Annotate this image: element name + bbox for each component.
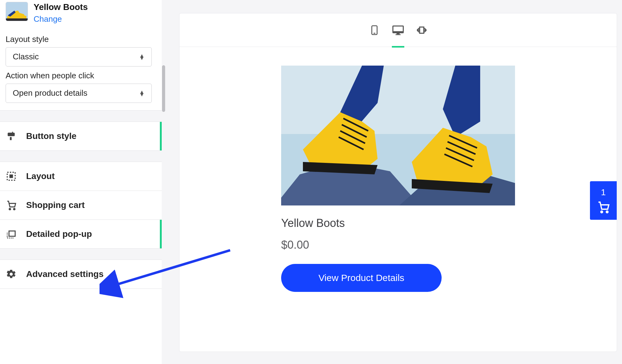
nav-shopping-cart[interactable]: Shopping cart — [0, 191, 162, 220]
select-caret-icon: ▲▼ — [139, 54, 145, 59]
nav-advanced-settings[interactable]: Advanced settings — [0, 260, 162, 289]
nav-label: Advanced settings — [26, 269, 104, 279]
popup-icon — [6, 228, 17, 240]
device-toolbar — [179, 13, 617, 47]
nav-label: Detailed pop-up — [26, 229, 92, 239]
layout-style-select[interactable]: Classic ▲▼ — [6, 47, 152, 67]
view-product-details-button[interactable]: View Product Details — [281, 264, 442, 292]
preview-product-title: Yellow Boots — [281, 217, 515, 230]
gear-icon — [6, 269, 17, 280]
preview-canvas: Yellow Boots $0.00 View Product Details — [179, 47, 617, 311]
nav-label: Layout — [26, 171, 55, 181]
svg-point-16 — [601, 211, 603, 213]
settings-sidebar: Yellow Boots Change Layout style Classic… — [0, 0, 162, 364]
action-click-label: Action when people click — [6, 71, 156, 81]
preview-product-price: $0.00 — [281, 238, 515, 251]
nav-gap — [0, 249, 162, 260]
device-desktop-button[interactable] — [392, 24, 404, 36]
product-image — [281, 66, 515, 205]
layout-style-label: Layout style — [6, 35, 156, 44]
select-caret-icon: ▲▼ — [139, 91, 145, 96]
action-click-value: Open product details — [13, 88, 87, 98]
product-header-text: Yellow Boots Change — [34, 2, 88, 24]
svg-rect-6 — [9, 231, 15, 236]
product-card: Yellow Boots $0.00 View Product Details — [281, 66, 515, 292]
nav-label: Shopping cart — [26, 200, 85, 210]
cart-icon — [6, 200, 17, 211]
action-click-select[interactable]: Open product details ▲▼ — [6, 84, 152, 103]
product-section: Yellow Boots Change Layout style Classic… — [0, 0, 162, 111]
change-product-link[interactable]: Change — [34, 14, 88, 24]
cart-icon — [597, 200, 610, 214]
svg-rect-12 — [396, 34, 401, 35]
nav-label: Button style — [26, 131, 77, 141]
cart-count: 1 — [601, 187, 606, 197]
layout-grid-icon — [6, 171, 17, 182]
svg-rect-3 — [9, 174, 13, 178]
sidebar-scrollbar[interactable] — [162, 0, 165, 364]
boots-thumb-icon — [6, 2, 28, 21]
svg-point-5 — [14, 208, 15, 210]
product-thumbnail[interactable] — [6, 2, 28, 21]
device-mobile-button[interactable] — [368, 24, 381, 36]
svg-point-4 — [9, 208, 11, 210]
svg-rect-11 — [397, 33, 400, 34]
preview-panel: Yellow Boots $0.00 View Product Details … — [179, 13, 617, 352]
device-stretch-button[interactable] — [415, 24, 428, 36]
nav-detailed-popup[interactable]: Detailed pop-up — [0, 220, 162, 249]
nav-button-style[interactable]: Button style — [0, 122, 162, 151]
nav-gap — [0, 151, 162, 162]
svg-rect-10 — [393, 31, 403, 33]
svg-point-17 — [606, 211, 608, 213]
product-title: Yellow Boots — [34, 2, 88, 12]
nav-gap — [0, 111, 162, 122]
nav-layout[interactable]: Layout — [0, 162, 162, 191]
cart-floating-button[interactable]: 1 — [590, 181, 617, 220]
scrollbar-thumb[interactable] — [162, 65, 165, 112]
paint-roller-icon — [6, 131, 17, 142]
svg-rect-13 — [420, 27, 424, 33]
product-header: Yellow Boots Change — [6, 0, 156, 30]
svg-rect-1 — [6, 18, 28, 21]
layout-style-value: Classic — [13, 52, 39, 62]
